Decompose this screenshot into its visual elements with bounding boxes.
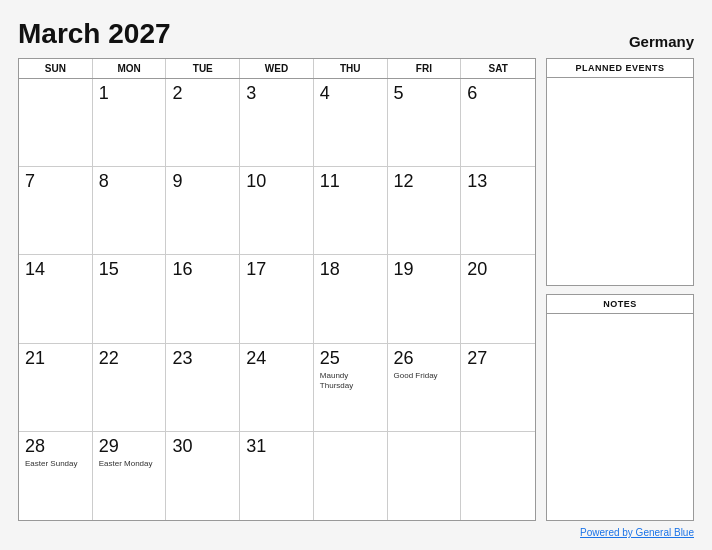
day-cell: 30 <box>166 432 240 520</box>
day-number: 1 <box>99 83 109 105</box>
day-cell: 23 <box>166 344 240 432</box>
day-number: 3 <box>246 83 256 105</box>
day-cell: 25Maundy Thursday <box>314 344 388 432</box>
day-cell: 20 <box>461 255 535 343</box>
notes-box: NOTES <box>546 294 694 522</box>
day-cell: 22 <box>93 344 167 432</box>
day-number: 2 <box>172 83 182 105</box>
day-cell: 15 <box>93 255 167 343</box>
day-cell: 29Easter Monday <box>93 432 167 520</box>
planned-events-box: PLANNED EVENTS <box>546 58 694 286</box>
planned-events-body <box>547 78 693 285</box>
powered-by-link[interactable]: Powered by General Blue <box>580 527 694 538</box>
month-title: March 2027 <box>18 18 171 50</box>
day-cell: 24 <box>240 344 314 432</box>
day-header-thu: THU <box>314 59 388 78</box>
day-cell <box>314 432 388 520</box>
day-number: 24 <box>246 348 266 370</box>
day-header-wed: WED <box>240 59 314 78</box>
day-number: 15 <box>99 259 119 281</box>
day-number: 20 <box>467 259 487 281</box>
holiday-label: Maundy Thursday <box>320 371 353 390</box>
country-title: Germany <box>629 33 694 50</box>
day-number: 19 <box>394 259 414 281</box>
main-content: SUNMONTUEWEDTHUFRISAT 123456789101112131… <box>18 58 694 521</box>
sidebar: PLANNED EVENTS NOTES <box>546 58 694 521</box>
day-number: 11 <box>320 171 340 193</box>
day-number: 25 <box>320 348 340 370</box>
calendar: SUNMONTUEWEDTHUFRISAT 123456789101112131… <box>18 58 536 521</box>
day-number: 21 <box>25 348 45 370</box>
page: March 2027 Germany SUNMONTUEWEDTHUFRISAT… <box>0 0 712 550</box>
day-number: 4 <box>320 83 330 105</box>
notes-header: NOTES <box>547 295 693 314</box>
notes-body <box>547 314 693 521</box>
day-number: 27 <box>467 348 487 370</box>
day-header-sat: SAT <box>461 59 535 78</box>
day-number: 12 <box>394 171 414 193</box>
day-cell <box>19 79 93 167</box>
day-cell: 7 <box>19 167 93 255</box>
day-number: 5 <box>394 83 404 105</box>
holiday-label: Easter Sunday <box>25 459 77 469</box>
day-number: 22 <box>99 348 119 370</box>
footer: Powered by General Blue <box>18 527 694 538</box>
day-number: 23 <box>172 348 192 370</box>
day-header-sun: SUN <box>19 59 93 78</box>
day-number: 31 <box>246 436 266 458</box>
holiday-label: Easter Monday <box>99 459 153 469</box>
day-cell: 5 <box>388 79 462 167</box>
header: March 2027 Germany <box>18 18 694 50</box>
day-cell: 11 <box>314 167 388 255</box>
day-number: 9 <box>172 171 182 193</box>
day-cell: 19 <box>388 255 462 343</box>
day-number: 14 <box>25 259 45 281</box>
day-cell: 9 <box>166 167 240 255</box>
day-cell: 31 <box>240 432 314 520</box>
day-number: 13 <box>467 171 487 193</box>
day-cell: 6 <box>461 79 535 167</box>
day-number: 16 <box>172 259 192 281</box>
day-cell: 12 <box>388 167 462 255</box>
day-headers: SUNMONTUEWEDTHUFRISAT <box>19 59 535 79</box>
day-number: 29 <box>99 436 119 458</box>
day-header-tue: TUE <box>166 59 240 78</box>
day-cell <box>461 432 535 520</box>
day-cell: 4 <box>314 79 388 167</box>
day-cell: 2 <box>166 79 240 167</box>
day-cell: 16 <box>166 255 240 343</box>
day-cell: 27 <box>461 344 535 432</box>
day-cell <box>388 432 462 520</box>
day-number: 10 <box>246 171 266 193</box>
day-number: 30 <box>172 436 192 458</box>
day-cell: 14 <box>19 255 93 343</box>
day-cell: 21 <box>19 344 93 432</box>
day-number: 17 <box>246 259 266 281</box>
day-number: 28 <box>25 436 45 458</box>
day-cell: 13 <box>461 167 535 255</box>
calendar-grid: 1234567891011121314151617181920212223242… <box>19 79 535 520</box>
day-cell: 3 <box>240 79 314 167</box>
planned-events-header: PLANNED EVENTS <box>547 59 693 78</box>
day-header-fri: FRI <box>388 59 462 78</box>
day-number: 8 <box>99 171 109 193</box>
day-cell: 18 <box>314 255 388 343</box>
day-cell: 10 <box>240 167 314 255</box>
day-cell: 28Easter Sunday <box>19 432 93 520</box>
day-number: 6 <box>467 83 477 105</box>
day-number: 7 <box>25 171 35 193</box>
holiday-label: Good Friday <box>394 371 438 381</box>
day-header-mon: MON <box>93 59 167 78</box>
day-cell: 1 <box>93 79 167 167</box>
day-cell: 26Good Friday <box>388 344 462 432</box>
day-number: 26 <box>394 348 414 370</box>
day-number: 18 <box>320 259 340 281</box>
day-cell: 8 <box>93 167 167 255</box>
day-cell: 17 <box>240 255 314 343</box>
